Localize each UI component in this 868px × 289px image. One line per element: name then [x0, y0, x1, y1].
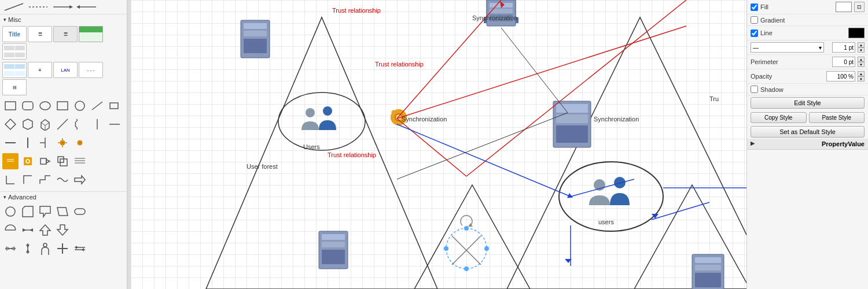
shape-rounded-rect[interactable]: [20, 98, 36, 114]
shape-vline[interactable]: [20, 135, 36, 151]
shape-process[interactable]: [37, 153, 53, 169]
fill-color-swatch[interactable]: [836, 2, 852, 12]
style-tile-lan[interactable]: LAN: [53, 62, 78, 78]
copy-style-button[interactable]: Copy Style: [751, 112, 807, 123]
line-color-swatch[interactable]: [848, 28, 865, 38]
shape-minus[interactable]: [2, 135, 19, 151]
shape-line[interactable]: [89, 98, 105, 114]
shape-database[interactable]: [20, 153, 36, 169]
shape-tshape[interactable]: [37, 135, 53, 151]
opacity-down[interactable]: ▼: [858, 76, 865, 81]
shape-gear2[interactable]: [72, 135, 88, 151]
shape-curly[interactable]: [72, 116, 88, 132]
shape-arrow-right2[interactable]: [72, 172, 88, 188]
shape-cube[interactable]: [37, 116, 53, 132]
svg-rect-87: [391, 118, 396, 123]
shape-ellipse[interactable]: [37, 98, 53, 114]
shape-document[interactable]: [2, 153, 19, 169]
line-dashed[interactable]: [28, 2, 49, 12]
line-arrow-left[interactable]: [52, 2, 73, 12]
shape-rect[interactable]: [2, 98, 19, 114]
adv-shape-person[interactable]: [37, 240, 53, 257]
shape-bracket[interactable]: [89, 116, 105, 132]
style-copy-paste-row: Copy Style Paste Style: [747, 110, 868, 125]
main-canvas[interactable]: Trust relationship Synchronization Trust…: [131, 0, 746, 289]
set-default-button[interactable]: Set as Default Style: [751, 126, 865, 138]
adv-shape-bidir-vert[interactable]: [20, 240, 36, 257]
style-tile-grid3[interactable]: ⊟: [2, 79, 27, 95]
gradient-label: Gradient: [760, 17, 865, 24]
line-weight-down[interactable]: ▼: [858, 47, 865, 53]
adv-shape-bidir3[interactable]: [72, 240, 88, 257]
style-tile-list3[interactable]: ≡: [28, 62, 52, 78]
adv-shape-bidir[interactable]: [20, 222, 36, 238]
shape-stencil[interactable]: [54, 153, 71, 169]
svg-line-11: [92, 102, 102, 110]
line-weight-input[interactable]: [832, 42, 855, 53]
svg-marker-57: [26, 249, 30, 253]
perimeter-down[interactable]: ▼: [858, 62, 865, 67]
gradient-checkbox[interactable]: [751, 16, 758, 24]
fill-checkbox[interactable]: [751, 3, 758, 11]
svg-rect-107: [695, 273, 721, 287]
perimeter-up[interactable]: ▲: [858, 57, 865, 62]
svg-rect-100: [553, 101, 591, 147]
style-tile-dash[interactable]: - - -: [79, 62, 103, 78]
shape-diamond[interactable]: [2, 116, 19, 132]
adv-shape-half-circle[interactable]: [2, 222, 19, 238]
shadow-checkbox[interactable]: [751, 86, 758, 93]
fill-style-btn[interactable]: ⊡: [854, 2, 865, 12]
shape-corner-tr[interactable]: [20, 172, 36, 188]
shape-corner-br[interactable]: [2, 172, 19, 188]
adv-shape-callout[interactable]: [37, 203, 53, 220]
shape-rect-small[interactable]: [106, 98, 123, 114]
line-checkbox[interactable]: [751, 29, 758, 37]
style-tile-grid1[interactable]: [2, 43, 27, 60]
adv-shape-plus[interactable]: [54, 240, 71, 257]
shape-gear1[interactable]: [54, 135, 71, 151]
line-diagonal-1[interactable]: [3, 2, 24, 12]
line-weight-up[interactable]: ▲: [858, 42, 865, 47]
style-tile-grid2[interactable]: [2, 62, 27, 78]
opacity-up[interactable]: ▲: [858, 71, 865, 76]
svg-marker-56: [26, 244, 30, 248]
style-tile-list1[interactable]: ☰: [28, 26, 52, 42]
svg-rect-82: [396, 122, 401, 125]
advanced-section-header[interactable]: ▾ Advanced: [0, 191, 127, 202]
property-table-header: ▶ Property Value: [747, 139, 868, 150]
edit-style-button[interactable]: Edit Style: [751, 97, 865, 109]
svg-rect-88: [399, 118, 404, 123]
shape-circle[interactable]: [72, 98, 88, 114]
perimeter-input[interactable]: [832, 57, 855, 67]
line-weight-spinners: ▲ ▼: [858, 42, 865, 53]
svg-marker-68: [634, 185, 746, 289]
left-panel: ▾ Misc Title ☰ ☰ ≡ LAN - - - ⊟: [0, 0, 127, 289]
line-style-dropdown[interactable]: —▾: [751, 42, 824, 53]
style-tile-green[interactable]: [79, 26, 103, 42]
style-tile-list2[interactable]: ☰: [53, 26, 78, 42]
shape-hexagon[interactable]: [20, 116, 36, 132]
svg-rect-74: [490, 14, 513, 21]
svg-rect-108: [446, 228, 487, 269]
line-arrow-right[interactable]: [76, 2, 97, 12]
paste-style-button[interactable]: Paste Style: [809, 112, 865, 123]
shape-hline[interactable]: [106, 116, 123, 132]
svg-rect-45: [75, 209, 85, 214]
adv-shape-stadium[interactable]: [72, 203, 88, 220]
adv-shape-arrow-up[interactable]: [37, 222, 53, 238]
svg-point-8: [40, 102, 50, 110]
misc-section-header[interactable]: ▾ Misc: [0, 14, 127, 25]
adv-shape-arrow-down[interactable]: [54, 222, 71, 238]
adv-shape-rect-cut[interactable]: [20, 203, 36, 220]
shape-rect2[interactable]: [54, 98, 71, 114]
shape-step[interactable]: [37, 172, 53, 188]
style-tile-title[interactable]: Title: [2, 26, 27, 42]
adv-shape-bidir2[interactable]: [2, 240, 19, 257]
adv-shape-circle[interactable]: [2, 203, 19, 220]
shape-slash[interactable]: [54, 116, 71, 132]
shape-multiline[interactable]: [72, 153, 88, 169]
opacity-input[interactable]: [826, 71, 855, 81]
shape-wave[interactable]: [54, 172, 71, 188]
advanced-arrow: ▾: [3, 194, 6, 200]
adv-shape-parallelogram[interactable]: [54, 203, 71, 220]
